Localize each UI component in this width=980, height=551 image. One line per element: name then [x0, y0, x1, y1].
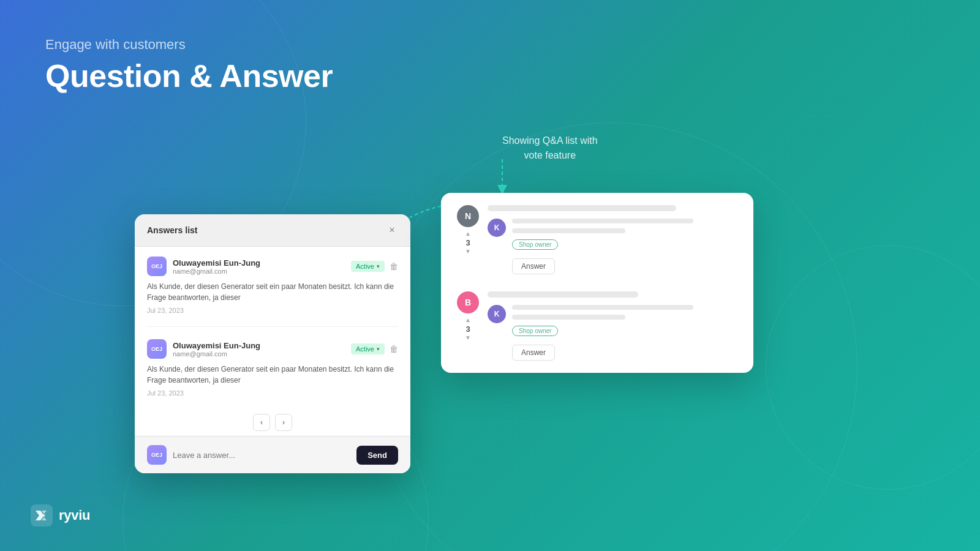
- input-avatar: OEJ: [147, 445, 167, 465]
- question-bar: [488, 205, 676, 211]
- user-details: Oluwayemisi Eun-Jung name@gmail.com: [173, 258, 260, 275]
- answers-panel-title: Answers list: [147, 225, 197, 235]
- annotation: Showing Q&A list with vote feature: [502, 133, 598, 163]
- answer-item: OEJ Oluwayemisi Eun-Jung name@gmail.com …: [147, 257, 398, 327]
- next-page-button[interactable]: ›: [275, 414, 292, 431]
- answer-text: Als Kunde, der diesen Generator seit ein…: [147, 281, 398, 303]
- delete-icon[interactable]: 🗑: [390, 261, 398, 271]
- answer-user-info: OEJ Oluwayemisi Eun-Jung name@gmail.com: [147, 257, 260, 276]
- shop-owner-badge: Shop owner: [512, 239, 558, 250]
- qa-item: B ▲ 3 ▼ K Shop owner Answer: [456, 291, 739, 361]
- vote-controls: ▲ 3 ▼: [465, 231, 471, 255]
- vote-count: 3: [466, 324, 470, 334]
- answer-item: OEJ Oluwayemisi Eun-Jung name@gmail.com …: [147, 339, 398, 397]
- avatar: B: [457, 291, 479, 313]
- answer-user-row: OEJ Oluwayemisi Eun-Jung name@gmail.com …: [147, 257, 398, 276]
- answer-input-field[interactable]: [173, 451, 350, 460]
- answer-user-info: OEJ Oluwayemisi Eun-Jung name@gmail.com: [147, 339, 260, 359]
- qa-answer-section: K Shop owner Answer: [488, 305, 739, 361]
- question-bar: [488, 291, 638, 298]
- answer-date: Jul 23, 2023: [147, 307, 398, 314]
- answer-user-row: OEJ Oluwayemisi Eun-Jung name@gmail.com …: [147, 339, 398, 359]
- answers-header: Answers list ×: [135, 214, 410, 247]
- header-title: Question & Answer: [45, 58, 333, 94]
- pagination: ‹ ›: [135, 407, 410, 436]
- qa-answer-content: Shop owner Answer: [512, 219, 739, 274]
- qa-answer-content: Shop owner Answer: [512, 305, 739, 361]
- vote-down-icon[interactable]: ▼: [465, 335, 471, 341]
- delete-icon[interactable]: 🗑: [390, 344, 398, 354]
- avatar: OEJ: [147, 339, 167, 359]
- answer-avatar: K: [488, 219, 506, 237]
- status-badge[interactable]: Active ▾: [351, 343, 385, 354]
- vote-up-icon[interactable]: ▲: [465, 317, 471, 323]
- header-subtitle: Engage with customers: [45, 37, 333, 53]
- user-name: Oluwayemisi Eun-Jung: [173, 341, 260, 350]
- send-button[interactable]: Send: [356, 446, 398, 465]
- chevron-down-icon: ▾: [377, 346, 380, 352]
- prev-page-button[interactable]: ‹: [253, 414, 270, 431]
- answer-button[interactable]: Answer: [512, 345, 555, 361]
- vote-controls: ▲ 3 ▼: [465, 317, 471, 341]
- answer-actions: Active ▾ 🗑: [351, 343, 398, 354]
- avatar: OEJ: [147, 257, 167, 276]
- qa-right: K Shop owner Answer: [488, 291, 739, 361]
- answer-input-row: OEJ Send: [135, 436, 410, 473]
- header: Engage with customers Question & Answer: [45, 37, 333, 94]
- vote-count: 3: [466, 238, 470, 247]
- answer-bar: [512, 228, 625, 233]
- answer-bar: [512, 305, 693, 310]
- answers-panel: Answers list × OEJ Oluwayemisi Eun-Jung …: [135, 214, 410, 473]
- qa-left: B ▲ 3 ▼: [456, 291, 480, 361]
- user-email: name@gmail.com: [173, 350, 260, 358]
- answer-button[interactable]: Answer: [512, 258, 555, 274]
- shop-owner-badge: Shop owner: [512, 326, 558, 336]
- answer-date: Jul 23, 2023: [147, 389, 398, 397]
- status-badge[interactable]: Active ▾: [351, 261, 385, 272]
- user-details: Oluwayemisi Eun-Jung name@gmail.com: [173, 341, 260, 358]
- vote-down-icon[interactable]: ▼: [465, 249, 471, 255]
- qa-panel: N ▲ 3 ▼ K Shop owner Answer: [441, 193, 753, 373]
- vote-up-icon[interactable]: ▲: [465, 231, 471, 237]
- answers-body: OEJ Oluwayemisi Eun-Jung name@gmail.com …: [135, 247, 410, 407]
- answer-bar: [512, 219, 693, 223]
- close-button[interactable]: ×: [386, 224, 398, 236]
- answer-text: Als Kunde, der diesen Generator seit ein…: [147, 364, 398, 386]
- logo: ryviu: [31, 504, 90, 527]
- logo-icon: [31, 504, 53, 527]
- answer-avatar: K: [488, 305, 506, 323]
- qa-right: K Shop owner Answer: [488, 205, 739, 274]
- user-name: Oluwayemisi Eun-Jung: [173, 258, 260, 268]
- answer-actions: Active ▾ 🗑: [351, 261, 398, 272]
- user-email: name@gmail.com: [173, 268, 260, 275]
- chevron-down-icon: ▾: [377, 263, 380, 269]
- qa-item: N ▲ 3 ▼ K Shop owner Answer: [456, 205, 739, 274]
- qa-answer-section: K Shop owner Answer: [488, 219, 739, 274]
- avatar: N: [457, 205, 479, 227]
- qa-left: N ▲ 3 ▼: [456, 205, 480, 274]
- answer-bar: [512, 315, 625, 320]
- logo-text: ryviu: [59, 508, 90, 523]
